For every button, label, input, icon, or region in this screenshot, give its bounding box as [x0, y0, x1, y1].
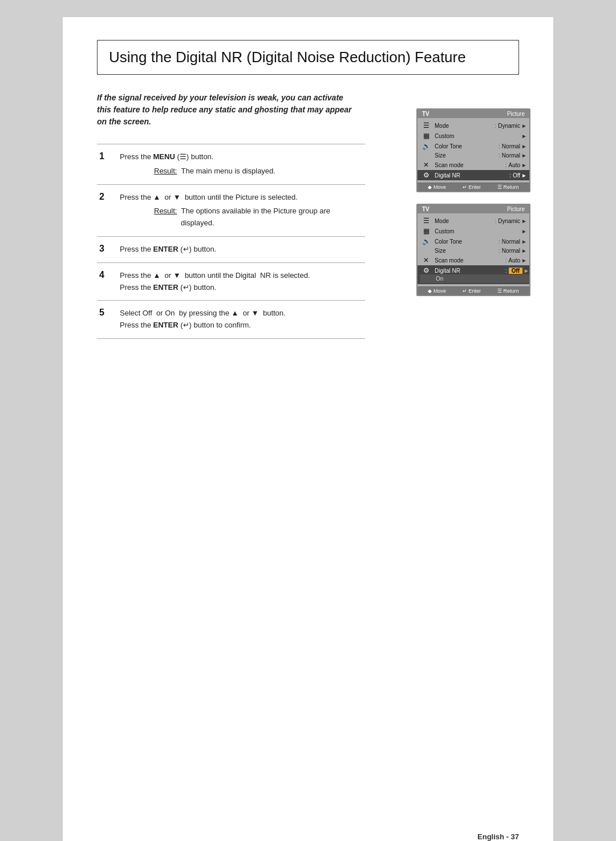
menu-item-label: Size [432, 152, 497, 159]
step-number: 4 [97, 262, 114, 301]
step-content: Press the ▲ or ▼ button until the Pictur… [114, 184, 365, 236]
arrow-icon: ► [521, 238, 527, 245]
footer-move: ◆ Move [428, 184, 446, 190]
step-content: Press the ▲ or ▼ button until the Digita… [114, 262, 365, 301]
menu-item-value: Dynamic [498, 218, 521, 224]
tv-menu-row: ▦ Custom ► [418, 131, 529, 141]
menu-item-value: Auto [509, 257, 522, 264]
menu-item-label: Digital NR [432, 172, 508, 179]
tv-menu-body-1: ☰ Mode : Dynamic ► ▦ Custom ► 🔊 [418, 118, 529, 183]
menu-item-value: Off [513, 172, 521, 179]
menu-item-value: Normal [502, 248, 521, 254]
tv-menu-row: ☰ Mode : Dynamic ► [418, 216, 529, 226]
menu-icon: ▦ [420, 132, 432, 140]
menu-item-value: Auto [509, 162, 522, 168]
menu-icon: ✕ [420, 161, 432, 169]
step-number: 1 [97, 144, 114, 185]
footer-enter: ↵ Enter [463, 288, 481, 294]
menu-item-label: Color Tone [432, 238, 497, 245]
tv-brand-label-2: TV [422, 206, 429, 212]
arrow-icon: ► [521, 133, 527, 139]
steps-table: 1 Press the MENU (☰) button. Result: The… [97, 144, 365, 339]
arrow-icon: ► [521, 162, 527, 168]
table-row: 4 Press the ▲ or ▼ button until the Digi… [97, 262, 365, 301]
menu-icon: 🔊 [420, 142, 432, 150]
menu-item-label: Digital NR [432, 268, 504, 274]
menu-icon: ☰ [420, 217, 432, 225]
step-number: 3 [97, 236, 114, 262]
menu-item-label: Scan mode [432, 162, 504, 168]
footer-return: ☰ Return [497, 288, 519, 294]
tv-brand-label-1: TV [422, 111, 429, 117]
result-label: Result: [154, 207, 177, 215]
arrow-icon: ► [521, 152, 527, 159]
arrow-icon: ► [521, 123, 527, 129]
tv-menu-row-highlighted: ⚙ Digital NR : Off ► On [418, 265, 529, 284]
menu-item-value: Normal [502, 152, 521, 159]
menu-item-value: Normal [502, 238, 521, 245]
table-row: 5 Select Off or On by pressing the ▲ or … [97, 301, 365, 339]
table-row: 2 Press the ▲ or ▼ button until the Pict… [97, 184, 365, 236]
tv-menu-row: ▦ Custom ► [418, 226, 529, 236]
title-box: Using the Digital NR (Digital Noise Redu… [97, 40, 519, 75]
tv-menu-title-1: Picture [507, 111, 525, 117]
tv-menu-row-highlighted: ⚙ Digital NR : Off ► [418, 170, 529, 180]
dropdown-selected-value: Off [509, 268, 522, 274]
step-content: Select Off or On by pressing the ▲ or ▼ … [114, 301, 365, 339]
result-label: Result: [154, 167, 177, 175]
menu-icon: ☰ [420, 122, 432, 130]
menu-item-label: Custom [432, 133, 517, 139]
content-area: 1 Press the MENU (☰) button. Result: The… [97, 144, 519, 350]
tv-screen-2: TV Picture ☰ Mode : Dynamic ► ▦ Custom [416, 204, 530, 296]
page-footer: English - 37 [477, 832, 519, 841]
tv-footer-2: ◆ Move ↵ Enter ☰ Return [418, 286, 529, 295]
dropdown-option: On [420, 274, 529, 283]
menu-icon: ▦ [420, 227, 432, 235]
tv-menu-row: ✕ Scan mode : Auto ► [418, 255, 529, 265]
menu-icon: ⚙ [420, 171, 432, 179]
tv-screen-1: TV Picture ☰ Mode : Dynamic ► ▦ Custom [416, 108, 530, 192]
step-number: 5 [97, 301, 114, 339]
steps-section: 1 Press the MENU (☰) button. Result: The… [97, 144, 365, 350]
menu-item-label: Mode [432, 218, 493, 224]
tv-footer-1: ◆ Move ↵ Enter ☰ Return [418, 183, 529, 191]
intro-paragraph: If the signal received by your televisio… [97, 92, 359, 128]
step-content: Press the ENTER (↵) button. [114, 236, 365, 262]
tv-menu-row: 🔊 Color Tone : Normal ► [418, 236, 529, 246]
menu-icon: 🔊 [420, 237, 432, 245]
step-content: Press the MENU (☰) button. Result: The m… [114, 144, 365, 185]
page-number: English - 37 [477, 832, 519, 841]
arrow-icon: ► [521, 248, 527, 254]
tv-menu-row: 🔊 Color Tone : Normal ► [418, 141, 529, 151]
arrow-icon: ► [521, 228, 527, 234]
tv-header-2: TV Picture [418, 205, 529, 213]
page-title: Using the Digital NR (Digital Noise Redu… [109, 48, 466, 66]
tv-screens-column: TV Picture ☰ Mode : Dynamic ► ▦ Custom [416, 108, 530, 296]
menu-item-value: Dynamic [498, 123, 521, 129]
dropdown-arrow: ► [524, 268, 529, 274]
table-row: 1 Press the MENU (☰) button. Result: The… [97, 144, 365, 185]
footer-return: ☰ Return [497, 184, 519, 190]
footer-enter: ↵ Enter [463, 184, 481, 190]
arrow-icon: ► [521, 218, 527, 224]
table-row: 3 Press the ENTER (↵) button. [97, 236, 365, 262]
arrow-icon: ► [521, 257, 527, 264]
arrow-icon: ► [521, 143, 527, 149]
arrow-icon: ► [521, 172, 527, 179]
tv-menu-row: ☰ Mode : Dynamic ► [418, 120, 529, 131]
menu-item-label: Size [432, 248, 497, 254]
tv-menu-row: Size : Normal ► [418, 151, 529, 160]
menu-icon: ⚙ [420, 266, 432, 274]
tv-menu-body-2: ☰ Mode : Dynamic ► ▦ Custom ► 🔊 [418, 213, 529, 286]
menu-item-label: Mode [432, 123, 493, 129]
menu-item-label: Scan mode [432, 257, 504, 264]
page: Using the Digital NR (Digital Noise Redu… [63, 17, 553, 841]
footer-move: ◆ Move [428, 288, 446, 294]
menu-icon: ✕ [420, 256, 432, 264]
tv-menu-row: ✕ Scan mode : Auto ► [418, 160, 529, 170]
menu-item-value: Normal [502, 143, 521, 149]
tv-menu-title-2: Picture [507, 206, 525, 212]
menu-item-label: Color Tone [432, 143, 497, 149]
step-number: 2 [97, 184, 114, 236]
tv-menu-row: Size : Normal ► [418, 246, 529, 255]
